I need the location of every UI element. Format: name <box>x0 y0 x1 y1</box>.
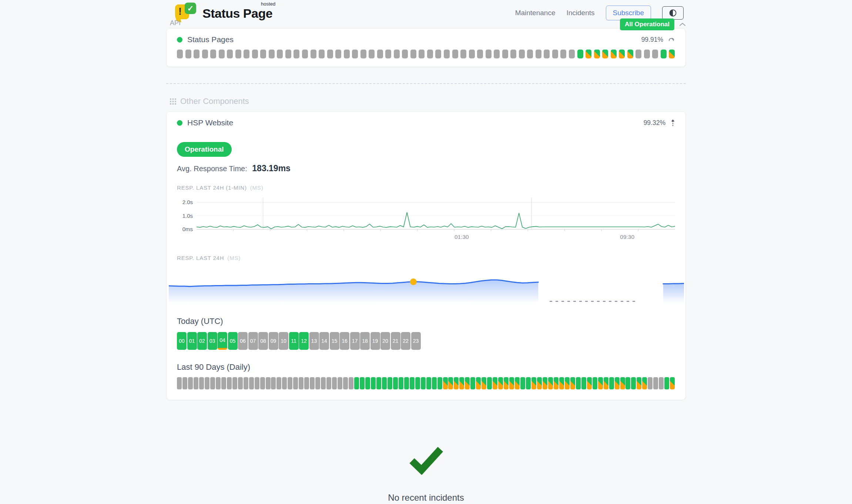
uptime-cell[interactable] <box>302 50 308 58</box>
day-cell[interactable] <box>326 377 331 389</box>
uptime-cell[interactable] <box>269 50 275 58</box>
uptime-cell[interactable] <box>360 50 366 58</box>
day-cell[interactable] <box>598 377 603 389</box>
hour-cell-13[interactable]: 13 <box>309 332 319 350</box>
day-cell[interactable] <box>459 377 464 389</box>
day-cell[interactable] <box>526 377 531 389</box>
day-cell[interactable] <box>365 377 370 389</box>
uptime-cell[interactable] <box>669 50 675 58</box>
day-cell[interactable] <box>448 377 453 389</box>
day-cell[interactable] <box>360 377 365 389</box>
day-cell[interactable] <box>221 377 226 389</box>
day-cell[interactable] <box>543 377 547 389</box>
day-cell[interactable] <box>476 377 481 389</box>
component-row-status-pages[interactable]: Status Pages 99.91% <box>177 35 675 44</box>
day-cell[interactable] <box>581 377 586 389</box>
day-cell[interactable] <box>498 377 503 389</box>
uptime-cell[interactable] <box>377 50 383 58</box>
nav-incidents-link[interactable]: Incidents <box>566 9 594 17</box>
uptime-cell[interactable] <box>352 50 358 58</box>
uptime-cell[interactable] <box>410 50 416 58</box>
day-cell[interactable] <box>576 377 581 389</box>
day-cell[interactable] <box>343 377 348 389</box>
day-cell[interactable] <box>548 377 553 389</box>
subscribe-button[interactable]: Subscribe <box>606 6 651 20</box>
uptime-cell[interactable] <box>285 50 291 58</box>
day-cell[interactable] <box>177 377 182 389</box>
uptime-cell[interactable] <box>293 50 299 58</box>
uptime-cell[interactable] <box>569 50 575 58</box>
uptime-cell[interactable] <box>527 50 533 58</box>
hour-cell-09[interactable]: 09 <box>269 332 278 350</box>
day-cell[interactable] <box>321 377 326 389</box>
hour-cell-03[interactable]: 03 <box>208 332 217 350</box>
day-cell[interactable] <box>609 377 614 389</box>
uptime-cell[interactable] <box>586 50 591 58</box>
uptime-cell[interactable] <box>435 50 441 58</box>
day-cell[interactable] <box>432 377 437 389</box>
uptime-cell[interactable] <box>369 50 375 58</box>
hour-cell-14[interactable]: 14 <box>319 332 329 350</box>
hour-cell-11[interactable]: 11 <box>289 332 299 350</box>
day-cell[interactable] <box>659 377 664 389</box>
day-cell[interactable] <box>260 377 265 389</box>
uptime-cell[interactable] <box>510 50 516 58</box>
hour-cell-12[interactable]: 12 <box>299 332 309 350</box>
uptime-cell[interactable] <box>327 50 333 58</box>
hour-cell-23[interactable]: 23 <box>411 332 421 350</box>
uptime-cell[interactable] <box>402 50 408 58</box>
uptime-cell[interactable] <box>560 50 566 58</box>
uptime-cell[interactable] <box>619 50 625 58</box>
day-cell[interactable] <box>332 377 337 389</box>
uptime-cell[interactable] <box>502 50 508 58</box>
uptime-cell[interactable] <box>611 50 617 58</box>
hour-cell-16[interactable]: 16 <box>340 332 349 350</box>
day-cell[interactable] <box>376 377 381 389</box>
day-cell[interactable] <box>653 377 658 389</box>
uptime-cell[interactable] <box>335 50 341 58</box>
uptime-cell[interactable] <box>594 50 600 58</box>
uptime-cell[interactable] <box>219 50 225 58</box>
day-cell[interactable] <box>421 377 426 389</box>
day-cell[interactable] <box>593 377 597 389</box>
uptime-cell[interactable] <box>477 50 483 58</box>
day-cell[interactable] <box>470 377 475 389</box>
uptime-cell[interactable] <box>319 50 325 58</box>
uptime-cell[interactable] <box>227 50 233 58</box>
uptime-cell[interactable] <box>469 50 475 58</box>
day-cell[interactable] <box>648 377 653 389</box>
day-cell[interactable] <box>587 377 592 389</box>
day-cell[interactable] <box>349 377 353 389</box>
uptime-cell[interactable] <box>185 50 191 58</box>
uptime-cell[interactable] <box>544 50 550 58</box>
day-cell[interactable] <box>371 377 376 389</box>
day-cell[interactable] <box>625 377 630 389</box>
day-cell[interactable] <box>182 377 187 389</box>
uptime-cell[interactable] <box>452 50 458 58</box>
hour-cell-10[interactable]: 10 <box>279 332 288 350</box>
uptime-cell[interactable] <box>244 50 249 58</box>
hour-cell-01[interactable]: 01 <box>187 332 197 350</box>
uptime-cell[interactable] <box>552 50 558 58</box>
day-cell[interactable] <box>620 377 625 389</box>
day-cell[interactable] <box>255 377 259 389</box>
day-cell[interactable] <box>487 377 492 389</box>
day-cell[interactable] <box>232 377 237 389</box>
hour-cell-04[interactable]: 04 <box>218 332 227 350</box>
day-cell[interactable] <box>664 377 669 389</box>
hour-cell-19[interactable]: 19 <box>370 332 380 350</box>
day-cell[interactable] <box>393 377 398 389</box>
day-cell[interactable] <box>604 377 608 389</box>
day-cell[interactable] <box>554 377 559 389</box>
uptime-cell[interactable] <box>427 50 433 58</box>
day-cell[interactable] <box>509 377 514 389</box>
hour-cell-22[interactable]: 22 <box>401 332 410 350</box>
hour-cell-07[interactable]: 07 <box>248 332 258 350</box>
day-cell[interactable] <box>504 377 509 389</box>
uptime-cell[interactable] <box>536 50 541 58</box>
day-cell[interactable] <box>310 377 315 389</box>
uptime-cell[interactable] <box>661 50 667 58</box>
uptime-cell[interactable] <box>311 50 316 58</box>
day-cell[interactable] <box>443 377 448 389</box>
day-cell[interactable] <box>437 377 442 389</box>
